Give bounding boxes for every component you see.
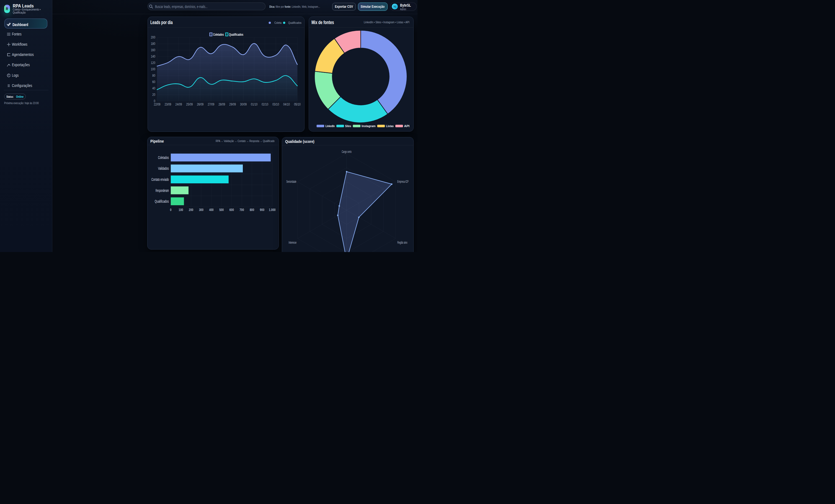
svg-text:120: 120 — [151, 61, 155, 65]
svg-text:Listas: Listas — [386, 124, 394, 128]
svg-text:05/10: 05/10 — [294, 102, 301, 106]
svg-text:Validados: Validados — [158, 166, 169, 171]
svg-text:80: 80 — [152, 74, 155, 78]
svg-text:Sites: Sites — [345, 124, 351, 128]
svg-text:Empresa ICP: Empresa ICP — [397, 180, 409, 184]
svg-text:0: 0 — [170, 208, 171, 212]
svg-text:100: 100 — [151, 67, 155, 71]
svg-text:Qualificados: Qualificados — [229, 32, 243, 36]
svg-text:03/10: 03/10 — [272, 102, 279, 106]
svg-text:400: 400 — [209, 208, 213, 212]
svg-text:24/09: 24/09 — [175, 102, 182, 106]
svg-text:22/09: 22/09 — [154, 102, 160, 106]
svg-text:Contato enviado: Contato enviado — [151, 177, 169, 182]
svg-text:200: 200 — [189, 208, 193, 212]
svg-text:Instagram: Instagram — [362, 124, 376, 128]
svg-text:Região alvo: Região alvo — [397, 241, 407, 244]
svg-text:29/09: 29/09 — [229, 102, 236, 106]
svg-text:Coleta: Coleta — [274, 21, 282, 24]
svg-text:27/09: 27/09 — [208, 102, 214, 106]
svg-text:23/09: 23/09 — [164, 102, 171, 106]
svg-text:100: 100 — [179, 208, 183, 212]
svg-text:Qualificados: Qualificados — [288, 21, 302, 24]
svg-text:500: 500 — [219, 208, 224, 212]
svg-text:Interesse: Interesse — [288, 241, 297, 244]
svg-text:04/10: 04/10 — [283, 102, 290, 106]
svg-text:900: 900 — [260, 208, 264, 212]
svg-text:LinkedIn: LinkedIn — [325, 124, 335, 128]
svg-text:180: 180 — [151, 42, 155, 46]
svg-text:300: 300 — [199, 208, 203, 212]
svg-text:40: 40 — [152, 86, 155, 90]
svg-text:28/09: 28/09 — [219, 102, 225, 106]
svg-text:Responderam: Responderam — [155, 188, 169, 193]
svg-text:25/09: 25/09 — [186, 102, 193, 106]
svg-text:01/10: 01/10 — [251, 102, 258, 106]
svg-text:Cargo certo: Cargo certo — [342, 150, 352, 154]
svg-text:140: 140 — [151, 54, 155, 58]
svg-text:26/09: 26/09 — [197, 102, 203, 106]
svg-text:Qualificados: Qualificados — [155, 199, 169, 204]
svg-text:20: 20 — [152, 93, 155, 97]
svg-text:02/10: 02/10 — [262, 102, 268, 106]
svg-text:700: 700 — [240, 208, 244, 212]
svg-text:API: API — [404, 124, 409, 128]
svg-text:Coletados: Coletados — [158, 155, 169, 160]
svg-text:600: 600 — [229, 208, 234, 212]
svg-text:60: 60 — [152, 80, 155, 84]
svg-text:800: 800 — [250, 208, 254, 212]
svg-text:1.000: 1.000 — [269, 208, 276, 212]
svg-text:Senioridade: Senioridade — [286, 180, 296, 184]
svg-text:200: 200 — [151, 35, 155, 39]
svg-text:160: 160 — [151, 48, 155, 52]
svg-text:Coletados: Coletados — [213, 32, 224, 36]
svg-text:30/09: 30/09 — [240, 102, 247, 106]
